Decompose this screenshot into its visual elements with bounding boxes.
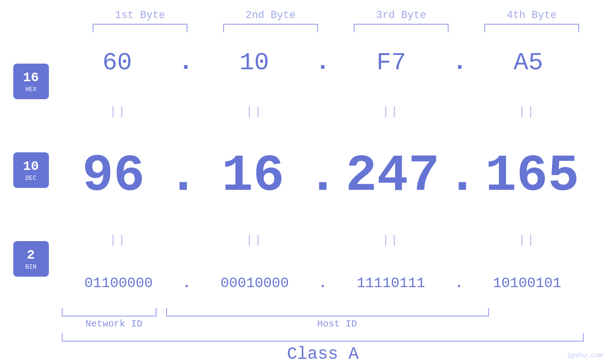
equals-row-1: || || || || [62, 105, 584, 118]
eq-2-2: || [202, 234, 307, 247]
dec-value-1: 96 [82, 146, 145, 205]
network-id-label: Network ID [62, 318, 166, 329]
watermark: ipshu.com [567, 352, 603, 359]
bracket-4 [484, 24, 579, 32]
eq-2-3: || [339, 234, 443, 247]
class-bracket [62, 333, 584, 342]
bin-value-3: 11110111 [357, 275, 425, 291]
hex-byte-4: A5 [476, 49, 581, 77]
network-bracket [62, 308, 157, 317]
dec-value-2: 16 [222, 146, 284, 205]
dec-value-4: 165 [485, 146, 579, 205]
eq-1-1: || [66, 105, 170, 118]
bottom-brackets-container [62, 308, 584, 317]
hex-value-2: 10 [239, 49, 269, 77]
hex-byte-3: F7 [339, 49, 443, 77]
hex-badge-label: HEX [25, 86, 36, 93]
host-id-label: Host ID [176, 318, 498, 329]
hex-byte-2: 10 [202, 49, 307, 77]
hex-row: 60 . 10 . F7 . A5 [62, 49, 584, 77]
rows-container: 60 . 10 . F7 . A5 || || [62, 32, 610, 308]
byte-header-3: 3rd Byte [349, 9, 453, 21]
dec-badge: 10 DEC [13, 152, 49, 188]
bin-byte-1: 01100000 [66, 275, 171, 291]
bottom-section: Network ID Host ID Class A [0, 308, 610, 364]
dot-hex-3: . [452, 50, 467, 75]
badges-column: 16 HEX 10 DEC 2 BIN [0, 32, 62, 308]
bin-byte-2: 00010000 [203, 275, 307, 291]
dot-dec-2: . [307, 150, 338, 202]
bin-value-2: 00010000 [221, 275, 289, 291]
dot-dec-3: . [447, 150, 478, 202]
eq-1-3: || [339, 105, 443, 118]
byte-header-2: 2nd Byte [218, 9, 323, 21]
bracket-3 [354, 24, 449, 32]
bin-byte-3: 11110111 [338, 275, 443, 291]
host-bracket [166, 308, 489, 317]
dot-bin-1: . [182, 276, 191, 290]
dec-byte-3: 247 [341, 146, 444, 205]
bracket-1 [93, 24, 188, 32]
dec-byte-1: 96 [62, 146, 165, 205]
top-brackets [75, 24, 597, 32]
class-label: Class A [62, 345, 584, 364]
eq-1-4: || [475, 105, 580, 118]
bin-badge-number: 2 [27, 248, 35, 262]
dot-hex-2: . [315, 50, 330, 75]
id-labels-row: Network ID Host ID [62, 318, 584, 329]
main-container: 1st Byte 2nd Byte 3rd Byte 4th Byte 16 H… [0, 0, 610, 364]
class-row: Class A [62, 333, 584, 364]
dot-bin-3: . [455, 276, 463, 290]
dot-dec-1: . [168, 150, 199, 202]
dec-badge-number: 10 [23, 159, 39, 174]
dec-badge-label: DEC [25, 175, 36, 182]
hex-value-4: A5 [514, 49, 543, 77]
dot-hex-1: . [178, 50, 193, 75]
equals-row-2: || || || || [62, 234, 584, 247]
hex-value-3: F7 [376, 49, 406, 77]
bin-badge: 2 BIN [13, 241, 49, 277]
bin-row: 01100000 . 00010000 . 11110111 . 1010010… [62, 275, 584, 291]
byte-headers-row: 1st Byte 2nd Byte 3rd Byte 4th Byte [75, 9, 597, 21]
hex-badge: 16 HEX [13, 64, 49, 99]
dec-byte-4: 165 [480, 146, 584, 205]
byte-header-4: 4th Byte [479, 9, 584, 21]
bin-badge-label: BIN [25, 263, 36, 271]
dot-bin-2: . [319, 276, 327, 290]
eq-1-2: || [202, 105, 307, 118]
eq-2-1: || [66, 234, 170, 247]
hex-value-1: 60 [103, 49, 132, 77]
byte-header-1: 1st Byte [88, 9, 192, 21]
bin-byte-4: 10100101 [475, 275, 579, 291]
bracket-2 [223, 24, 318, 32]
hex-byte-1: 60 [65, 49, 169, 77]
hex-badge-number: 16 [23, 70, 39, 85]
dec-row: 96 . 16 . 247 . 165 [62, 146, 584, 205]
dec-byte-2: 16 [201, 146, 305, 205]
bin-value-4: 10100101 [493, 275, 561, 291]
eq-2-4: || [475, 234, 580, 247]
dec-value-3: 247 [346, 146, 440, 205]
bin-value-1: 01100000 [84, 275, 153, 291]
